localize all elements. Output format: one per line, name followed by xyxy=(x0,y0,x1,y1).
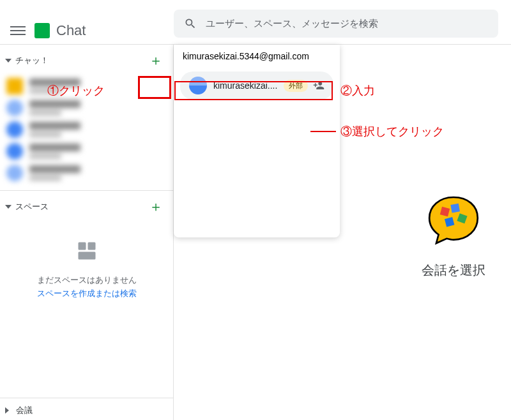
chat-list-item[interactable] xyxy=(6,165,167,181)
chat-list-item[interactable] xyxy=(6,121,167,138)
annotation-box-1 xyxy=(138,76,171,99)
content-area: kimurasekizai.... 外部 会話を選択 xyxy=(174,45,511,420)
search-bar[interactable]: ユーザー、スペース、メッセージを検索 xyxy=(174,10,498,38)
recipient-input-wrapper xyxy=(174,45,340,68)
search-icon xyxy=(184,17,197,30)
new-chat-dropdown: kimurasekizai.... 外部 xyxy=(174,45,340,237)
svg-rect-4 xyxy=(450,204,460,213)
meetings-section-header[interactable]: 会議 xyxy=(0,398,173,420)
chat-logo-icon xyxy=(34,23,50,38)
svg-rect-2 xyxy=(78,252,95,260)
sidebar: チャッ！ ＋ スペース ＋ まだスペースはありません スペースを作成または検索 … xyxy=(0,45,174,420)
chat-section-header[interactable]: チャッ！ ＋ xyxy=(0,45,173,74)
spaces-empty-icon xyxy=(75,239,98,262)
spaces-empty-state: まだスペースはありません スペースを作成または検索 xyxy=(0,220,173,320)
top-bar: Chat ユーザー、スペース、メッセージを検索 xyxy=(0,0,511,45)
spaces-empty-text: まだスペースはありません xyxy=(13,274,160,287)
empty-state-promo: 会話を選択 xyxy=(422,191,485,279)
annotation-line xyxy=(310,131,336,132)
svg-rect-1 xyxy=(88,243,95,250)
chat-list-item[interactable] xyxy=(6,143,167,160)
caret-down-icon xyxy=(5,205,11,212)
spaces-section-header[interactable]: スペース ＋ xyxy=(0,190,173,220)
meetings-section-label: 会議 xyxy=(16,405,165,416)
annotation-box-2 xyxy=(174,81,333,100)
app-title: Chat xyxy=(56,22,86,39)
chat-bubble-colorful-icon xyxy=(425,191,482,249)
menu-icon[interactable] xyxy=(10,23,26,38)
caret-down-icon xyxy=(5,59,11,66)
promo-text: 会話を選択 xyxy=(422,262,485,279)
svg-rect-0 xyxy=(78,243,86,250)
spaces-create-link[interactable]: スペースを作成または検索 xyxy=(13,287,160,301)
search-placeholder: ユーザー、スペース、メッセージを検索 xyxy=(206,18,378,30)
chat-section-label: チャッ！ xyxy=(15,55,146,66)
new-chat-button[interactable]: ＋ xyxy=(146,51,165,70)
chat-list-item[interactable] xyxy=(6,100,167,116)
spaces-section-label: スペース xyxy=(15,201,146,213)
caret-right-icon xyxy=(5,407,12,414)
recipient-input[interactable] xyxy=(183,51,331,61)
new-space-button[interactable]: ＋ xyxy=(146,197,165,216)
